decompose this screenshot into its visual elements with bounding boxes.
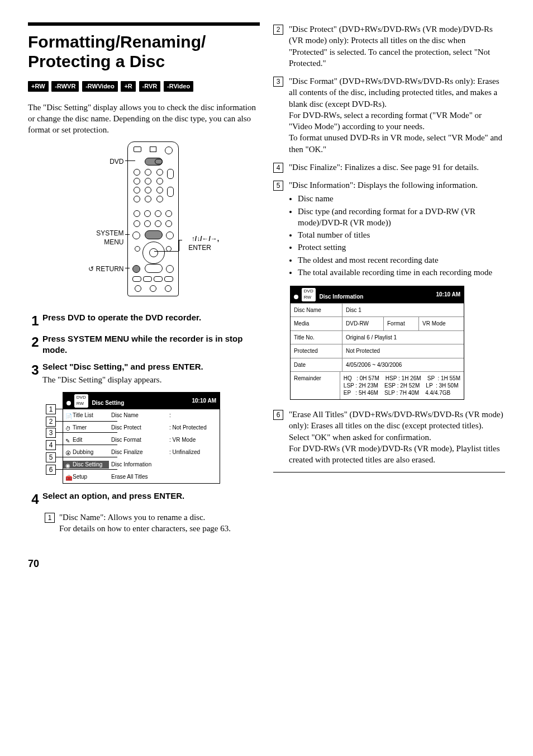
opt-num-4: 4 <box>273 163 283 173</box>
disc-info-title: DVDRW Disc Information <box>294 288 363 301</box>
opt5-b3: Protect setting <box>298 242 505 253</box>
callout-3: 3 <box>46 428 56 438</box>
opt-1-lead: "Disc Name": Allows you to rename a disc… <box>59 513 205 522</box>
tag-minus-rwvr: -RWVR <box>51 81 79 92</box>
opt5-b1: Disc type (and recording format for a DV… <box>298 206 505 229</box>
step-1: 1 Press DVD to operate the DVD recorder. <box>28 312 260 330</box>
callout-4: 4 <box>46 440 56 450</box>
opt-num-2: 2 <box>273 25 283 35</box>
remote-diagram: DVD SYSTEM MENU ↺ RETURN ↑/↓/←/→, ENTER <box>28 141 260 301</box>
step-3-text: Select "Disc Setting," and press ENTER. <box>42 361 260 372</box>
opt-num-5: 5 <box>273 181 283 191</box>
opt-3-p1: "Disc Format" (DVD+RWs/DVD-RWs/DVD-Rs on… <box>289 75 505 110</box>
opt-2-text: "Disc Protect" (DVD+RWs/DVD-RWs (VR mode… <box>289 23 505 69</box>
disc-setting-title: DVDRW Disc Setting <box>66 394 124 408</box>
callout-2: 2 <box>46 417 56 427</box>
step-2: 2 Press SYSTEM MENU while the recorder i… <box>28 333 260 358</box>
tag-minus-rwvideo: -RWVideo <box>82 81 118 92</box>
step-2-text: Press SYSTEM MENU while the recorder is … <box>42 333 260 356</box>
opt-1-tail: For details on how to enter characters, … <box>59 524 231 533</box>
disc-setting-time: 10:10 AM <box>192 397 216 405</box>
opt5-b4: The oldest and most recent recording dat… <box>298 254 505 266</box>
step-number-4: 4 <box>28 490 42 508</box>
tag-minus-rvr: -RVR <box>139 81 161 92</box>
opt-5-lead: "Disc Information": Displays the followi… <box>289 179 505 191</box>
option-1: 1 "Disc Name": Allows you to rename a di… <box>45 512 260 535</box>
opt5-b0: Disc name <box>298 193 505 204</box>
tag-plus-rw: +RW <box>28 81 49 92</box>
opt-6-p1: "Erase All Titles" (DVD+RWs/DVD-RWs/DVD-… <box>289 409 505 443</box>
callout-1: 1 <box>46 404 56 414</box>
step-3: 3 Select "Disc Setting," and press ENTER… <box>28 361 260 389</box>
opt-4-text: "Disc Finalize": Finalizes a disc. See p… <box>289 162 505 173</box>
opt-3-p2: For DVD-RWs, select a recording format (… <box>289 110 505 133</box>
option-3: 3 "Disc Format" (DVD+RWs/DVD-RWs/DVD-Rs … <box>273 75 505 155</box>
label-dvd: DVD <box>99 157 124 166</box>
page-number: 70 <box>28 557 505 570</box>
label-system-menu: SYSTEM MENU <box>85 229 124 247</box>
opt5-b5: The total available recording time in ea… <box>298 267 505 278</box>
step-number-1: 1 <box>28 312 42 330</box>
disc-setting-screenshot: DVDRW Disc Setting 10:10 AM 📄Title ListD… <box>28 392 260 484</box>
tag-plus-r: +R <box>121 81 135 92</box>
label-return: ↺ RETURN <box>85 264 124 273</box>
disc-information-screenshot: DVDRW Disc Information 10:10 AM Disc Nam… <box>290 286 464 400</box>
opt-num-6: 6 <box>273 410 283 420</box>
opt-num-1: 1 <box>45 513 55 523</box>
callout-5: 5 <box>46 452 56 462</box>
callout-6: 6 <box>46 465 56 475</box>
option-4: 4 "Disc Finalize": Finalizes a disc. See… <box>273 162 505 173</box>
tag-minus-rvideo: -RVideo <box>164 81 193 92</box>
step-3-sub: The "Disc Setting" display appears. <box>42 374 260 385</box>
section-end-rule <box>273 472 505 472</box>
opt-5-bullets: Disc name Disc type (and recording forma… <box>289 193 505 278</box>
step-number-3: 3 <box>28 361 42 379</box>
page-title: Formatting/Renaming/ Protecting a Disc <box>28 32 260 71</box>
disc-type-tags: +RW -RWVR -RWVideo +R -RVR -RVideo <box>28 80 260 92</box>
label-arrows: ↑/↓/←/→, <box>183 234 228 243</box>
disc-info-time: 10:10 AM <box>436 291 460 299</box>
intro-paragraph: The "Disc Setting" display allows you to… <box>28 102 260 136</box>
step-number-2: 2 <box>28 333 42 351</box>
option-6: 6 "Erase All Titles" (DVD+RWs/DVD-RWs/DV… <box>273 409 505 465</box>
step-4-text: Select an option, and press ENTER. <box>42 490 260 502</box>
opt-num-3: 3 <box>273 77 283 87</box>
opt-6-p2: For DVD-RWs (VR mode)/DVD-Rs (VR mode), … <box>289 443 505 466</box>
step-4: 4 Select an option, and press ENTER. <box>28 490 260 508</box>
opt-3-p3: To format unused DVD-Rs in VR mode, sele… <box>289 132 505 155</box>
option-5: 5 "Disc Information": Displays the follo… <box>273 179 505 279</box>
option-2: 2 "Disc Protect" (DVD+RWs/DVD-RWs (VR mo… <box>273 23 505 69</box>
opt5-b2: Total number of titles <box>298 229 505 240</box>
label-enter: ENTER <box>183 243 217 252</box>
heading-rule <box>28 22 260 26</box>
step-1-text: Press DVD to operate the DVD recorder. <box>42 312 260 323</box>
